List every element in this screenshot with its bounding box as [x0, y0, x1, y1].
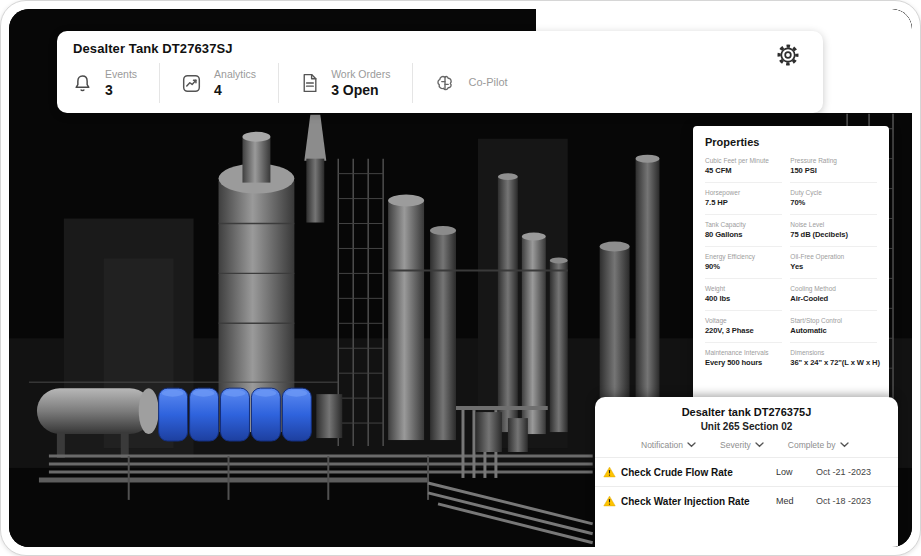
property-item: Pressure Rating 150 PSI — [790, 151, 877, 183]
filter-label: Severity — [720, 440, 751, 450]
metric-label: Analytics — [214, 68, 256, 81]
filter-notification[interactable]: Notification — [641, 440, 696, 450]
property-value: 75 dB (Decibels) — [790, 230, 877, 239]
toolbar-metrics: Events 3 Analytics 4 — [73, 63, 807, 103]
properties-grid: Cubic Feet per Minute 45 CFM Pressure Ra… — [705, 151, 877, 374]
asset-toolbar: Desalter Tank DT27637SJ Events 3 — [57, 31, 823, 113]
copilot-icon — [435, 74, 455, 93]
task-filters: Notification Severity Complete by — [595, 432, 898, 457]
metric-label: Co-Pilot — [468, 76, 507, 90]
divider — [278, 63, 279, 103]
property-item: Noise Level 75 dB (Decibels) — [790, 215, 877, 247]
property-label: Pressure Rating — [790, 157, 877, 164]
metric-value: 3 — [105, 82, 137, 98]
property-label: Weight — [705, 285, 782, 292]
filter-severity[interactable]: Severity — [720, 440, 764, 450]
metric-work-orders[interactable]: Work Orders 3 Open — [301, 68, 390, 97]
task-panel: Desalter tank DT276375J Unit 265 Section… — [595, 397, 898, 547]
property-label: Tank Capacity — [705, 221, 782, 228]
divider — [159, 63, 160, 103]
property-label: Energy Efficiency — [705, 253, 782, 260]
property-value: 80 Gallons — [705, 230, 782, 239]
task-row[interactable]: Check Crude Flow Rate Low Oct -21 -2023 — [595, 457, 898, 486]
property-label: Noise Level — [790, 221, 877, 228]
property-item: Tank Capacity 80 Gallons — [705, 215, 782, 247]
property-value: 36" x 24" x 72"(L x W x H) — [790, 358, 877, 367]
property-value: Automatic — [790, 326, 877, 335]
property-value: 150 PSI — [790, 166, 877, 175]
metric-copilot[interactable]: Co-Pilot — [435, 74, 507, 93]
property-value: 70% — [790, 198, 877, 207]
bell-icon — [73, 74, 92, 93]
property-label: Maintenance Intervals — [705, 349, 782, 356]
screen: Desalter Tank DT27637SJ Events 3 — [9, 9, 912, 547]
property-item: Dimensions 36" x 24" x 72"(L x W x H) — [790, 343, 877, 374]
property-item: Voltage 220V, 3 Phase — [705, 311, 782, 343]
warning-icon — [603, 466, 621, 478]
property-item: Duty Cycle 70% — [790, 183, 877, 215]
property-value: Air-Cooled — [790, 294, 877, 303]
metric-label: Events — [105, 68, 137, 81]
property-item: Start/Stop Control Automatic — [790, 311, 877, 343]
device-frame: Desalter Tank DT27637SJ Events 3 — [0, 0, 921, 556]
property-value: 7.5 HP — [705, 198, 782, 207]
task-panel-subtitle: Unit 265 Section 02 — [595, 421, 898, 432]
property-value: 400 lbs — [705, 294, 782, 303]
task-panel-title: Desalter tank DT276375J — [595, 406, 898, 418]
property-item: Energy Efficiency 90% — [705, 247, 782, 279]
task-severity: Med — [776, 496, 816, 506]
property-label: Oil-Free Operation — [790, 253, 877, 260]
property-value: Yes — [790, 262, 877, 271]
property-item: Cubic Feet per Minute 45 CFM — [705, 151, 782, 183]
filter-label: Complete by — [788, 440, 836, 450]
warning-icon — [603, 495, 621, 507]
divider — [412, 63, 413, 103]
task-complete-by: Oct -18 -2023 — [816, 496, 888, 506]
property-value: 90% — [705, 262, 782, 271]
chevron-down-icon — [687, 442, 696, 448]
property-label: Cubic Feet per Minute — [705, 157, 782, 164]
property-item: Cooling Method Air-Cooled — [790, 279, 877, 311]
property-item: Maintenance Intervals Every 500 hours — [705, 343, 782, 374]
metric-value: 3 Open — [331, 82, 390, 98]
task-name: Check Crude Flow Rate — [621, 467, 776, 478]
property-label: Start/Stop Control — [790, 317, 877, 324]
property-value: Every 500 hours — [705, 358, 782, 367]
chevron-down-icon — [840, 442, 849, 448]
task-name: Check Water Injection Rate — [621, 496, 776, 507]
task-severity: Low — [776, 467, 816, 477]
property-label: Horsepower — [705, 189, 782, 196]
gear-icon[interactable] — [775, 42, 801, 68]
metric-analytics[interactable]: Analytics 4 — [182, 68, 256, 97]
property-label: Cooling Method — [790, 285, 877, 292]
property-item: Horsepower 7.5 HP — [705, 183, 782, 215]
property-label: Dimensions — [790, 349, 877, 356]
highlighted-desalter-tanks[interactable] — [159, 388, 312, 441]
metric-value: 4 — [214, 82, 256, 98]
properties-panel: Properties Cubic Feet per Minute 45 CFM … — [693, 126, 889, 404]
properties-title: Properties — [705, 136, 877, 148]
task-row[interactable]: Check Water Injection Rate Med Oct -18 -… — [595, 486, 898, 515]
property-label: Voltage — [705, 317, 782, 324]
property-item: Weight 400 lbs — [705, 279, 782, 311]
analytics-icon — [182, 74, 201, 93]
chevron-down-icon — [755, 442, 764, 448]
property-item: Oil-Free Operation Yes — [790, 247, 877, 279]
property-value: 45 CFM — [705, 166, 782, 175]
task-complete-by: Oct -21 -2023 — [816, 467, 888, 477]
asset-title: Desalter Tank DT27637SJ — [73, 41, 807, 56]
work-orders-icon — [301, 73, 318, 93]
property-value: 220V, 3 Phase — [705, 326, 782, 335]
metric-events[interactable]: Events 3 — [73, 68, 137, 97]
property-label: Duty Cycle — [790, 189, 877, 196]
filter-complete-by[interactable]: Complete by — [788, 440, 849, 450]
filter-label: Notification — [641, 440, 683, 450]
metric-label: Work Orders — [331, 68, 390, 81]
